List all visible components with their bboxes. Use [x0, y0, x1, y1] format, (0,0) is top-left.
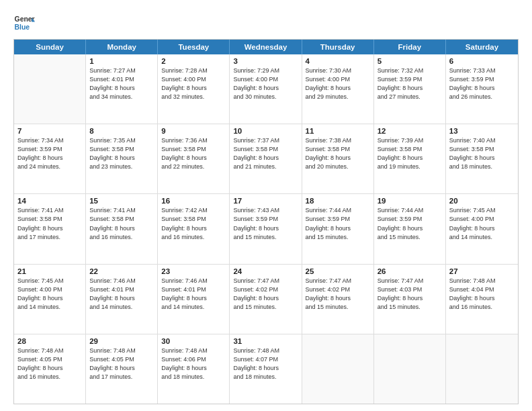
calendar-cell: [374, 334, 446, 404]
calendar-cell: 1Sunrise: 7:27 AM Sunset: 4:01 PM Daylig…: [86, 54, 158, 124]
day-number: 4: [306, 57, 370, 65]
day-info: Sunrise: 7:47 AM Sunset: 4:02 PM Dayligh…: [306, 277, 370, 312]
day-info: Sunrise: 7:32 AM Sunset: 3:59 PM Dayligh…: [378, 66, 442, 101]
calendar-week-4: 21Sunrise: 7:45 AM Sunset: 4:00 PM Dayli…: [14, 265, 518, 334]
day-number: 12: [378, 127, 442, 135]
day-info: Sunrise: 7:48 AM Sunset: 4:05 PM Dayligh…: [17, 347, 82, 381]
day-info: Sunrise: 7:42 AM Sunset: 3:58 PM Dayligh…: [161, 206, 226, 241]
day-number: 28: [17, 337, 82, 345]
calendar-cell: 7Sunrise: 7:34 AM Sunset: 3:59 PM Daylig…: [14, 124, 86, 193]
calendar-cell: 22Sunrise: 7:46 AM Sunset: 4:01 PM Dayli…: [86, 265, 158, 334]
day-number: 11: [306, 127, 370, 135]
calendar-header: SundayMondayTuesdayWednesdayThursdayFrid…: [14, 40, 518, 54]
day-info: Sunrise: 7:47 AM Sunset: 4:02 PM Dayligh…: [233, 277, 298, 312]
calendar-cell: 3Sunrise: 7:29 AM Sunset: 4:00 PM Daylig…: [230, 54, 302, 124]
day-number: 23: [161, 267, 226, 275]
calendar-cell: [14, 54, 86, 124]
calendar-page: General Blue SundayMondayTuesdayWednesda…: [0, 0, 532, 411]
day-info: Sunrise: 7:46 AM Sunset: 4:01 PM Dayligh…: [161, 277, 226, 312]
day-info: Sunrise: 7:30 AM Sunset: 4:00 PM Dayligh…: [306, 66, 370, 101]
day-info: Sunrise: 7:47 AM Sunset: 4:03 PM Dayligh…: [378, 277, 442, 312]
header-day-sunday: Sunday: [14, 40, 86, 54]
day-number: 3: [233, 57, 298, 65]
day-number: 1: [89, 57, 154, 65]
calendar-cell: 12Sunrise: 7:39 AM Sunset: 3:58 PM Dayli…: [374, 124, 446, 193]
svg-text:Blue: Blue: [15, 24, 30, 31]
day-info: Sunrise: 7:35 AM Sunset: 3:58 PM Dayligh…: [89, 136, 154, 171]
day-number: 21: [17, 267, 82, 275]
day-info: Sunrise: 7:45 AM Sunset: 4:00 PM Dayligh…: [17, 277, 82, 312]
header-day-friday: Friday: [374, 40, 446, 54]
calendar-cell: 4Sunrise: 7:30 AM Sunset: 4:00 PM Daylig…: [302, 54, 374, 124]
calendar-body: 1Sunrise: 7:27 AM Sunset: 4:01 PM Daylig…: [14, 54, 518, 404]
calendar-cell: [446, 334, 518, 404]
calendar-cell: 25Sunrise: 7:47 AM Sunset: 4:02 PM Dayli…: [302, 265, 374, 334]
calendar-cell: 29Sunrise: 7:48 AM Sunset: 4:05 PM Dayli…: [86, 334, 158, 404]
day-info: Sunrise: 7:29 AM Sunset: 4:00 PM Dayligh…: [233, 66, 298, 101]
day-number: 6: [449, 57, 515, 65]
header-day-wednesday: Wednesday: [230, 40, 302, 54]
day-info: Sunrise: 7:44 AM Sunset: 3:59 PM Dayligh…: [306, 206, 370, 241]
calendar-cell: 11Sunrise: 7:38 AM Sunset: 3:58 PM Dayli…: [302, 124, 374, 193]
day-info: Sunrise: 7:48 AM Sunset: 4:04 PM Dayligh…: [449, 277, 515, 312]
day-info: Sunrise: 7:46 AM Sunset: 4:01 PM Dayligh…: [89, 277, 154, 312]
page-header: General Blue: [13, 12, 519, 34]
day-info: Sunrise: 7:38 AM Sunset: 3:58 PM Dayligh…: [306, 136, 370, 171]
logo: General Blue: [13, 12, 35, 34]
calendar: SundayMondayTuesdayWednesdayThursdayFrid…: [13, 39, 519, 404]
day-number: 13: [449, 127, 515, 135]
calendar-cell: 16Sunrise: 7:42 AM Sunset: 3:58 PM Dayli…: [158, 194, 230, 263]
day-info: Sunrise: 7:33 AM Sunset: 3:59 PM Dayligh…: [449, 66, 515, 101]
day-info: Sunrise: 7:34 AM Sunset: 3:59 PM Dayligh…: [17, 136, 82, 171]
day-number: 29: [89, 337, 154, 345]
calendar-cell: 15Sunrise: 7:41 AM Sunset: 3:58 PM Dayli…: [86, 194, 158, 263]
day-number: 20: [449, 197, 515, 205]
day-number: 24: [233, 267, 298, 275]
calendar-cell: 18Sunrise: 7:44 AM Sunset: 3:59 PM Dayli…: [302, 194, 374, 263]
day-number: 31: [233, 337, 298, 345]
calendar-week-2: 7Sunrise: 7:34 AM Sunset: 3:59 PM Daylig…: [14, 124, 518, 194]
calendar-cell: 10Sunrise: 7:37 AM Sunset: 3:58 PM Dayli…: [230, 124, 302, 193]
day-number: 22: [89, 267, 154, 275]
day-number: 27: [449, 267, 515, 275]
calendar-cell: 27Sunrise: 7:48 AM Sunset: 4:04 PM Dayli…: [446, 265, 518, 334]
calendar-week-3: 14Sunrise: 7:41 AM Sunset: 3:58 PM Dayli…: [14, 194, 518, 264]
header-day-monday: Monday: [86, 40, 158, 54]
day-info: Sunrise: 7:36 AM Sunset: 3:58 PM Dayligh…: [161, 136, 226, 171]
day-number: 14: [17, 197, 82, 205]
calendar-week-5: 28Sunrise: 7:48 AM Sunset: 4:05 PM Dayli…: [14, 334, 518, 404]
calendar-cell: 6Sunrise: 7:33 AM Sunset: 3:59 PM Daylig…: [446, 54, 518, 124]
header-day-thursday: Thursday: [302, 40, 374, 54]
calendar-cell: 31Sunrise: 7:48 AM Sunset: 4:07 PM Dayli…: [230, 334, 302, 404]
day-number: 16: [161, 197, 226, 205]
calendar-cell: 5Sunrise: 7:32 AM Sunset: 3:59 PM Daylig…: [374, 54, 446, 124]
calendar-cell: 30Sunrise: 7:48 AM Sunset: 4:06 PM Dayli…: [158, 334, 230, 404]
calendar-cell: 8Sunrise: 7:35 AM Sunset: 3:58 PM Daylig…: [86, 124, 158, 193]
day-info: Sunrise: 7:39 AM Sunset: 3:58 PM Dayligh…: [378, 136, 442, 171]
day-number: 2: [161, 57, 226, 65]
day-number: 17: [233, 197, 298, 205]
day-number: 25: [306, 267, 370, 275]
header-day-saturday: Saturday: [446, 40, 518, 54]
calendar-cell: 14Sunrise: 7:41 AM Sunset: 3:58 PM Dayli…: [14, 194, 86, 263]
day-info: Sunrise: 7:27 AM Sunset: 4:01 PM Dayligh…: [89, 66, 154, 101]
calendar-cell: [302, 334, 374, 404]
day-info: Sunrise: 7:48 AM Sunset: 4:06 PM Dayligh…: [161, 347, 226, 381]
day-info: Sunrise: 7:43 AM Sunset: 3:59 PM Dayligh…: [233, 206, 298, 241]
day-info: Sunrise: 7:48 AM Sunset: 4:05 PM Dayligh…: [89, 347, 154, 381]
calendar-cell: 26Sunrise: 7:47 AM Sunset: 4:03 PM Dayli…: [374, 265, 446, 334]
day-number: 15: [89, 197, 154, 205]
day-info: Sunrise: 7:48 AM Sunset: 4:07 PM Dayligh…: [233, 347, 298, 381]
calendar-cell: 28Sunrise: 7:48 AM Sunset: 4:05 PM Dayli…: [14, 334, 86, 404]
day-number: 18: [306, 197, 370, 205]
calendar-cell: 13Sunrise: 7:40 AM Sunset: 3:58 PM Dayli…: [446, 124, 518, 193]
calendar-cell: 9Sunrise: 7:36 AM Sunset: 3:58 PM Daylig…: [158, 124, 230, 193]
day-info: Sunrise: 7:40 AM Sunset: 3:58 PM Dayligh…: [449, 136, 515, 171]
calendar-cell: 23Sunrise: 7:46 AM Sunset: 4:01 PM Dayli…: [158, 265, 230, 334]
day-info: Sunrise: 7:37 AM Sunset: 3:58 PM Dayligh…: [233, 136, 298, 171]
day-number: 7: [17, 127, 82, 135]
day-number: 8: [89, 127, 154, 135]
calendar-cell: 24Sunrise: 7:47 AM Sunset: 4:02 PM Dayli…: [230, 265, 302, 334]
calendar-cell: 21Sunrise: 7:45 AM Sunset: 4:00 PM Dayli…: [14, 265, 86, 334]
day-info: Sunrise: 7:45 AM Sunset: 4:00 PM Dayligh…: [449, 206, 515, 241]
